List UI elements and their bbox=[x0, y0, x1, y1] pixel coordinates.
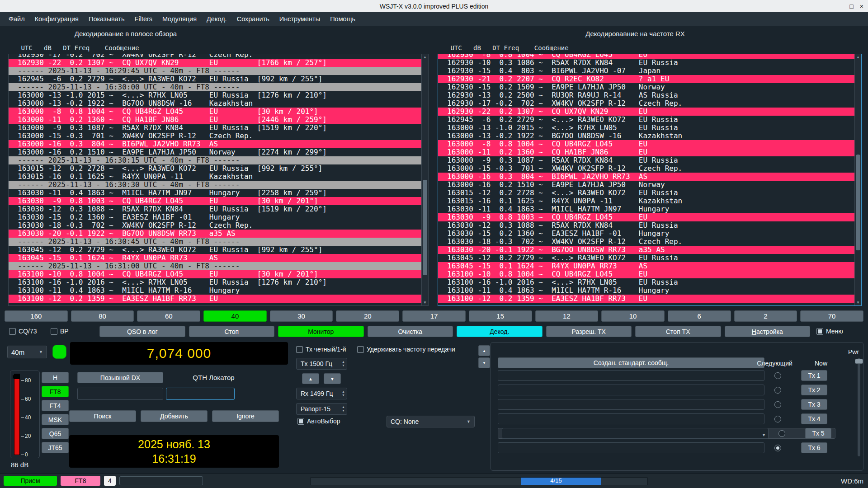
spinner-arrows-icon[interactable]: ▲▼ bbox=[340, 360, 347, 367]
dx-grid-input[interactable] bbox=[166, 388, 235, 400]
hold-freq-checkbox[interactable]: Удерживать частоту передачи bbox=[357, 346, 455, 353]
decode-row[interactable]: ------ 2025-11-13 - 16:30:45 UTC - 40m -… bbox=[9, 238, 428, 246]
tx-message-field[interactable] bbox=[498, 399, 764, 410]
band-button[interactable]: 17 bbox=[402, 310, 466, 322]
menu-item[interactable]: Сохранить bbox=[232, 12, 274, 26]
tx-button[interactable]: Tx 6 bbox=[801, 442, 827, 453]
tx-message-field[interactable] bbox=[498, 413, 764, 424]
mode-button[interactable]: FT8 bbox=[42, 386, 69, 397]
mode-button[interactable]: MSK bbox=[42, 414, 69, 425]
decode-row[interactable]: 163100 -11 0.4 1863 ~ M1ICL HA7TM R-16 H… bbox=[9, 286, 428, 295]
tx-even-checkbox-box[interactable] bbox=[296, 346, 303, 353]
decode-row[interactable]: 163000 -15 -0.3 701 ~ XW4KV OK2SFP R-12 … bbox=[9, 132, 428, 140]
decode-row[interactable]: 163000 -11 0.2 1360 ~ CQ HA1BF JN86 EU bbox=[438, 148, 861, 156]
decode-row[interactable]: 163030 -11 0.4 1863 ~ M1ICL HA7TM JN97 H… bbox=[438, 205, 861, 213]
tx-message-field[interactable] bbox=[498, 442, 764, 453]
tx-button[interactable]: Tx 4 bbox=[801, 413, 827, 424]
gen-std-messages-button[interactable]: Создан. стандарт. сообщ. bbox=[498, 357, 764, 368]
decode-row[interactable]: 163030 -9 0.8 1003 ~ CQ UB4RGZ LO45 EU [… bbox=[9, 197, 428, 205]
decode-row[interactable]: 162930 -10 0.3 1086 ~ R5AX R7DX KN84 EU … bbox=[438, 59, 861, 67]
mini-button[interactable]: ▴ bbox=[478, 345, 490, 356]
decode-row[interactable]: 163000 -16 0.2 1510 ~ EA9PE LA7HJA JP50 … bbox=[438, 181, 861, 189]
band-button[interactable]: 160 bbox=[5, 310, 68, 322]
menu-toggle[interactable]: Меню bbox=[816, 328, 843, 335]
band-button[interactable]: 70 bbox=[800, 310, 863, 322]
decode-row[interactable]: 162930 -17 -0.2 702 ~ XW4KV OK2SFP R-12 … bbox=[438, 99, 861, 108]
decode-row[interactable]: 162930 -15 0.2 1509 ~ EA9PE LA7HJA JP50 … bbox=[438, 83, 861, 91]
spinner-arrows-icon[interactable]: ▲▼ bbox=[340, 390, 347, 397]
decode-row[interactable]: 163030 -12 0.3 1088 ~ R5AX R7DX KN84 EU … bbox=[9, 205, 428, 213]
band-select[interactable]: 40m ▼ bbox=[7, 346, 47, 358]
control-button[interactable]: Монитор bbox=[278, 326, 364, 337]
decode-row[interactable]: 163100 -12 0.2 1359 ~ EA3ESZ HA1BF RR73 … bbox=[438, 295, 861, 303]
decode-row[interactable]: 163030 -20 -0.1 1922 ~ BG7OO UN8DSW RR73… bbox=[9, 230, 428, 238]
menu-item[interactable]: Помощь bbox=[325, 12, 360, 26]
control-button[interactable]: Очистка bbox=[368, 326, 453, 337]
tx-even-checkbox[interactable]: Тх четный/1-й bbox=[296, 346, 346, 353]
menu-item[interactable]: Конфигурация bbox=[30, 12, 84, 26]
decode-row[interactable]: 163000 -11 0.2 1360 ~ CQ HA1BF JN86 EU [… bbox=[9, 116, 428, 124]
band-button[interactable]: 10 bbox=[601, 310, 665, 322]
cq-select[interactable]: CQ: None ▼ bbox=[387, 416, 475, 427]
decode-row[interactable]: 162930 -22 0.2 1307 ~ CQ UX7QV KN29 EU bbox=[438, 108, 861, 116]
decode-row[interactable]: 163045 -15 0.1 1624 ~ R4YX UN0PA RR73 AS bbox=[9, 254, 428, 262]
next-tx-radio[interactable] bbox=[774, 387, 781, 394]
decode-row[interactable]: 163015 -16 0.1 1625 ~ R4YX UN0PA -11 Kaz… bbox=[9, 173, 428, 181]
decode-row[interactable]: 163100 -16 -1.0 2016 ~ <...> R7HX LN05 E… bbox=[438, 278, 861, 286]
decode-row[interactable]: 163030 -18 -0.3 702 ~ XW4KV OK2SFP R-12 … bbox=[438, 238, 861, 246]
decode-row[interactable]: 163030 -18 -0.3 702 ~ XW4KV OK2SFP R-12 … bbox=[9, 221, 428, 230]
scrollbar-thumb[interactable] bbox=[423, 180, 427, 275]
pwr-slider-handle[interactable] bbox=[855, 359, 863, 364]
ignore-button[interactable]: Ignore bbox=[212, 410, 279, 422]
tx-message-field[interactable] bbox=[498, 385, 764, 395]
decode-row[interactable]: 163000 -15 -0.3 701 ~ XW4KV OK2SFP R-12 … bbox=[438, 164, 861, 173]
decode-row[interactable]: 163000 -9 0.3 1087 ~ R5AX R7DX KN84 EU R… bbox=[438, 156, 861, 164]
menu-item[interactable]: Инструменты bbox=[274, 12, 325, 26]
band-button[interactable]: 6 bbox=[668, 310, 731, 322]
decode-row[interactable]: 163015 -16 0.1 1625 ~ R4YX UN0PA -11 Kaz… bbox=[438, 197, 861, 205]
nudge-up-button[interactable]: ▲ bbox=[302, 373, 319, 384]
next-tx-radio[interactable] bbox=[778, 430, 785, 437]
decode-row[interactable]: 163000 -16 0.3 804 ~ BI6PWL JA2VHO RR73 … bbox=[438, 173, 861, 181]
menu-toggle-box[interactable] bbox=[816, 328, 823, 335]
mode-button[interactable]: FT4 bbox=[42, 400, 69, 411]
scroll-down-icon[interactable]: ▼ bbox=[422, 300, 428, 305]
decode-row[interactable]: 163100 -10 0.8 1004 ~ CQ UB4RGZ LO45 EU … bbox=[9, 270, 428, 278]
mini-button[interactable]: ▾ bbox=[478, 357, 490, 368]
next-tx-radio[interactable] bbox=[774, 445, 781, 451]
scroll-up-icon[interactable]: ▲ bbox=[422, 55, 428, 59]
tx-message-combobox[interactable] bbox=[502, 428, 769, 439]
decode-row[interactable]: 163000 -13 -1.0 2015 ~ <...> R7HX LN05 E… bbox=[9, 91, 428, 99]
decode-row[interactable]: ------ 2025-11-13 - 16:31:00 UTC - 40m -… bbox=[9, 262, 428, 270]
rx-freq-spinner[interactable]: Rx 1499 Гц ▲▼ bbox=[296, 388, 347, 399]
decode-row[interactable]: 163000 -13 -0.2 1922 ~ BG7OO UN8DSW -16 … bbox=[438, 132, 861, 140]
scroll-up-icon[interactable]: ▲ bbox=[855, 55, 861, 59]
decode-row[interactable]: 163000 -13 -1.0 2015 ~ <...> R7HX LN05 E… bbox=[438, 124, 861, 132]
decode-row[interactable]: 163100 -12 0.2 1359 ~ EA3ESZ HA1BF RR73 … bbox=[9, 295, 428, 303]
tx-button[interactable]: Tx 1 bbox=[801, 370, 827, 381]
decode-row[interactable]: 163030 -9 0.8 1003 ~ CQ UB4RGZ LO45 EU bbox=[438, 213, 861, 221]
band-button[interactable]: 30 bbox=[270, 310, 333, 322]
decode-row[interactable]: 163045 -12 0.2 2729 ~ <...> RA3WEO KO72 … bbox=[438, 254, 861, 262]
decode-row[interactable]: 163000 -16 0.3 804 ~ BI6PWL JA2VHO RR73 … bbox=[9, 140, 428, 148]
bp-checkbox[interactable]: BP bbox=[51, 328, 69, 335]
dx-call-input[interactable] bbox=[77, 388, 163, 400]
autoselect-checkbox-box[interactable] bbox=[297, 418, 304, 425]
decode-row[interactable]: 162930 -21 0.2 2207 ~ CQ R2EC KO82 ? a1 … bbox=[438, 75, 861, 83]
decode-row[interactable]: 163030 -12 0.3 1088 ~ R5AX R7DX KN84 EU … bbox=[438, 221, 861, 230]
decode-row[interactable]: 162930 -15 0.4 803 ~ BI6PWL JA2VHO -07 J… bbox=[438, 67, 861, 75]
band-button[interactable]: 80 bbox=[71, 310, 134, 322]
decode-row[interactable]: 163100 -10 0.8 1004 ~ CQ UB4RGZ LO45 EU bbox=[438, 270, 861, 278]
decode-row[interactable]: 163000 -8 0.8 1004 ~ CQ UB4RGZ LO45 EU bbox=[438, 140, 861, 148]
tx-freq-spinner[interactable]: Tx 1500 Гц ▲▼ bbox=[296, 358, 347, 370]
autoselect-checkbox[interactable]: АвтоВыбор bbox=[297, 418, 340, 425]
scroll-down-icon[interactable]: ▼ bbox=[855, 300, 861, 305]
menu-item[interactable]: Показывать bbox=[84, 12, 130, 26]
decode-row[interactable]: 163030 -15 0.2 1360 ~ EA3ESZ HA1BF -01 H… bbox=[9, 213, 428, 221]
mode-button[interactable]: H bbox=[42, 372, 69, 383]
scrollbar-thumb[interactable] bbox=[856, 155, 860, 250]
control-button[interactable]: Разреш. TX bbox=[546, 326, 632, 337]
cq73-checkbox-box[interactable] bbox=[9, 328, 16, 335]
decode-row[interactable]: 162930 -13 0.2 2500 ~ RU3QR RA9UJ R-14 A… bbox=[438, 91, 861, 99]
minimize-icon[interactable]: – bbox=[840, 3, 844, 10]
